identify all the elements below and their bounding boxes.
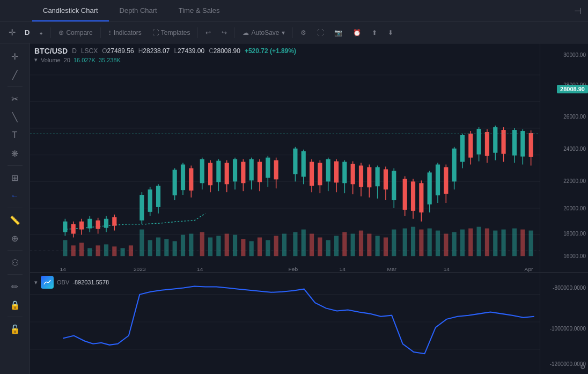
svg-text:14: 14 xyxy=(60,266,67,272)
svg-rect-113 xyxy=(302,151,306,177)
price-change: +520.72 (+1.89%) xyxy=(245,47,296,55)
svg-rect-49 xyxy=(411,227,415,256)
svg-rect-165 xyxy=(520,131,525,157)
undo-button[interactable]: ↩ xyxy=(201,27,215,39)
svg-rect-125 xyxy=(351,164,355,185)
svg-rect-11 xyxy=(87,248,92,256)
candlestick-chart[interactable]: 14 2023 14 Feb 14 Mar 14 Apr xyxy=(30,64,540,272)
svg-rect-48 xyxy=(403,229,407,256)
svg-rect-99 xyxy=(233,159,237,182)
svg-text:14: 14 xyxy=(197,266,203,272)
price-scale-obv: -800000.0000 -1000000.0000 -1200000.0000… xyxy=(540,272,588,374)
price-20000: 20000.00 xyxy=(563,205,586,211)
svg-rect-131 xyxy=(376,167,380,187)
pencil-tool[interactable]: ✏ xyxy=(5,278,25,295)
crosshair-tool[interactable]: ✂ xyxy=(5,90,25,107)
tool-separator-5 xyxy=(8,274,23,275)
fullscreen-button[interactable]: ⛶ xyxy=(313,27,328,39)
redo-button[interactable]: ↪ xyxy=(217,27,231,39)
tool-separator-2 xyxy=(8,165,23,166)
back-tool[interactable]: ← xyxy=(5,187,25,204)
svg-rect-42 xyxy=(351,234,355,256)
templates-button[interactable]: ⛶ Templates xyxy=(148,27,195,39)
svg-text:Mar: Mar xyxy=(387,266,396,272)
collapse-panel-icon[interactable]: ⊣ xyxy=(568,6,588,16)
scale-settings-icon[interactable]: ⚙ xyxy=(580,363,586,371)
autosave-button[interactable]: ☁ AutoSave ▾ xyxy=(238,27,289,39)
indicators-icon: ⫶ xyxy=(108,29,112,36)
svg-rect-43 xyxy=(359,231,363,256)
download-button[interactable]: ⬇ xyxy=(384,27,398,39)
svg-rect-31 xyxy=(258,238,262,256)
price-16000: 16000.00 xyxy=(563,253,586,259)
lock-tool[interactable]: 🔒 xyxy=(5,296,25,313)
svg-rect-44 xyxy=(367,234,371,256)
price-24000: 24000.00 xyxy=(563,145,586,151)
magnet-tool[interactable]: ⚇ xyxy=(5,254,25,271)
svg-text:Feb: Feb xyxy=(289,266,298,272)
svg-rect-155 xyxy=(477,129,481,155)
snapshot-button[interactable]: 📷 xyxy=(330,27,347,39)
text-tool[interactable]: T xyxy=(5,127,25,144)
crosshair-toolbar-icon[interactable]: ✛ xyxy=(4,25,19,40)
chart-type-button[interactable]: ⬥ xyxy=(35,27,47,39)
svg-rect-50 xyxy=(419,230,423,256)
volume-label: Volume xyxy=(41,57,61,63)
svg-rect-16 xyxy=(129,245,133,256)
timeframe-label: D xyxy=(72,47,77,55)
separator-3 xyxy=(197,27,198,38)
chart-wrapper: BTC/USD D LSCX O27489.56 H28238.07 L2743… xyxy=(30,43,588,374)
svg-rect-62 xyxy=(520,230,525,256)
svg-rect-83 xyxy=(156,186,160,207)
tab-bar: Candlestick Chart Depth Chart Time & Sal… xyxy=(0,0,588,22)
svg-rect-103 xyxy=(249,159,254,181)
svg-rect-46 xyxy=(384,238,388,256)
svg-rect-143 xyxy=(428,172,432,204)
indicators-button[interactable]: ⫶ Indicators xyxy=(104,27,146,39)
obv-logo xyxy=(41,276,54,289)
svg-rect-149 xyxy=(452,149,457,182)
svg-rect-53 xyxy=(444,234,448,256)
tab-candlestick[interactable]: Candlestick Chart xyxy=(32,0,109,21)
svg-rect-147 xyxy=(444,167,448,194)
left-toolbar: ✛ ╱ ✂ ╲ T ❋ ⊞ ← 📏 ⊕ ⚇ ✏ 🔒 🔓 xyxy=(0,43,30,374)
svg-rect-111 xyxy=(293,149,297,174)
tab-time-sales[interactable]: Time & Sales xyxy=(168,0,231,21)
svg-rect-24 xyxy=(200,232,204,256)
svg-rect-105 xyxy=(258,162,262,182)
svg-rect-87 xyxy=(181,165,185,190)
svg-rect-13 xyxy=(104,244,108,256)
svg-rect-115 xyxy=(310,162,314,186)
separator-2 xyxy=(100,27,101,38)
svg-rect-69 xyxy=(79,222,84,230)
trend-line-tool[interactable]: ╱ xyxy=(5,66,25,83)
svg-rect-153 xyxy=(468,134,473,158)
svg-rect-20 xyxy=(164,239,168,256)
compare-button[interactable]: ⊕ Compare xyxy=(54,27,97,39)
upload-button[interactable]: ⬆ xyxy=(367,27,381,39)
svg-rect-14 xyxy=(112,246,116,256)
ruler-tool[interactable]: 📏 xyxy=(5,211,25,229)
main-layout: ✛ ╱ ✂ ╲ T ❋ ⊞ ← 📏 ⊕ ⚇ ✏ 🔒 🔓 BTC/USD D LS… xyxy=(0,43,588,374)
obv-section[interactable]: ▾ OBV -892031.5578 xyxy=(30,272,540,374)
cursor-tool[interactable]: ✛ xyxy=(5,48,25,65)
svg-rect-58 xyxy=(485,229,489,256)
settings-button[interactable]: ⚙ xyxy=(296,27,311,39)
svg-rect-121 xyxy=(334,162,339,183)
price-22000: 22000.00 xyxy=(563,178,586,184)
lock2-tool[interactable]: 🔓 xyxy=(5,320,25,338)
measure-tool[interactable]: ⊞ xyxy=(5,169,25,186)
svg-rect-17 xyxy=(139,230,144,256)
draw-tool[interactable]: ╲ xyxy=(5,108,25,126)
chevron-down-icon: ▾ xyxy=(34,56,38,63)
separator-5 xyxy=(292,27,293,38)
path-tool[interactable]: ❋ xyxy=(5,145,25,162)
zoom-tool[interactable]: ⊕ xyxy=(5,230,25,247)
candlestick-icon: ⬥ xyxy=(39,29,43,36)
tab-depth[interactable]: Depth Chart xyxy=(109,0,168,21)
alerts-button[interactable]: ⏰ xyxy=(349,27,365,39)
timeframe-button[interactable]: D xyxy=(21,27,33,38)
svg-rect-51 xyxy=(428,229,432,256)
obv-scale-1: -800000.0000 xyxy=(553,285,586,291)
svg-rect-101 xyxy=(241,162,245,184)
